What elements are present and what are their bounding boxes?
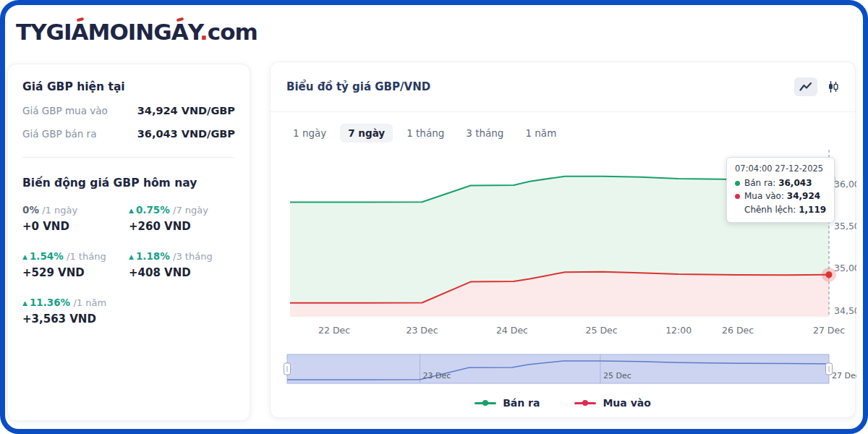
legend-sell[interactable]: Bán ra: [475, 397, 540, 409]
tab-1-day[interactable]: 1 ngày: [285, 124, 334, 142]
tab-3-months[interactable]: 3 tháng: [458, 124, 511, 142]
tooltip-sell-row: Bán ra: 36,043: [735, 176, 826, 190]
sell-swatch-icon: [475, 399, 496, 407]
change-percent: 0%: [22, 204, 39, 216]
change-percent: 0.75%: [136, 204, 170, 216]
tab-1-month[interactable]: 1 tháng: [399, 124, 452, 142]
changes-title: Biến động giá GBP hôm nay: [22, 176, 235, 190]
change-item-1y: ▲11.36% /1 năm +3,563 VND: [22, 297, 129, 326]
y-axis-tick: 35,500: [834, 221, 856, 231]
change-item-1m: ▲1.54% /1 tháng +529 VND: [22, 250, 129, 279]
logo-text: Y: [188, 19, 200, 45]
tooltip-diff-row: Chênh lệch: 1,119: [744, 203, 826, 217]
change-item-3m: ▲1.18% /3 tháng +408 VND: [129, 250, 235, 279]
range-slider-label: 25 Dec: [603, 371, 631, 380]
legend-buy[interactable]: Mua vào: [574, 397, 650, 409]
tooltip-time: 07:04:00 27-12-2025: [735, 163, 826, 176]
chart-card: Biểu đồ tỷ giá GBP/VND 1 ngày 7 ngày: [270, 61, 856, 418]
tooltip-sell-value: 36,043: [778, 178, 812, 188]
buy-swatch-icon: [574, 399, 596, 407]
changes-grid: 0% /1 ngày +0 VND ▲0.75% /7 ngày +260 VN…: [22, 204, 235, 326]
x-axis-tick: 25 Dec: [586, 325, 618, 336]
chart-tooltip: 07:04:00 27-12-2025 Bán ra: 36,043 Mua v…: [726, 157, 835, 223]
logo-accented-a2: A: [171, 19, 188, 45]
period-tabs: 1 ngày 7 ngày 1 tháng 3 tháng 1 năm: [285, 124, 855, 142]
tooltip-diff-label: Chênh lệch:: [744, 205, 796, 215]
current-price-title: Giá GBP hiện tại: [22, 80, 235, 93]
price-chart[interactable]: 22 Dec23 Dec24 Dec25 Dec12:0026 Dec27 De…: [271, 62, 856, 419]
logo-text: MOING: [88, 19, 171, 45]
change-percent: 1.18%: [136, 250, 170, 262]
up-arrow-icon: ▲: [22, 299, 27, 307]
y-axis-tick: 36,000: [834, 179, 856, 190]
x-axis-tick: 24 Dec: [496, 325, 528, 336]
buy-rate-label: Giá GBP mua vào: [22, 105, 108, 116]
rate-summary-card: Giá GBP hiện tại Giá GBP mua vào 34,924 …: [7, 64, 250, 421]
range-slider-track[interactable]: [287, 354, 829, 383]
divider: [22, 157, 235, 158]
x-axis-tick: 27 Dec: [813, 325, 845, 336]
tab-1-year[interactable]: 1 năm: [517, 124, 564, 142]
change-item-7d: ▲0.75% /7 ngày +260 VND: [129, 204, 235, 233]
change-period: /1 năm: [73, 297, 106, 308]
legend-buy-label: Mua vào: [603, 397, 650, 409]
tooltip-buy-value: 34,924: [787, 191, 820, 201]
tooltip-buy-label: Mua vào:: [744, 191, 784, 201]
site-logo[interactable]: TYGIAMOINGAY.com: [16, 19, 258, 45]
change-period: /3 tháng: [173, 251, 213, 262]
change-item-1d: 0% /1 ngày +0 VND: [22, 204, 129, 233]
page: TYGIAMOINGAY.com Giá GBP hiện tại Giá GB…: [0, 0, 868, 434]
change-value: +529 VND: [22, 266, 129, 279]
y-axis-tick: 35,000: [834, 263, 856, 273]
x-axis-tick: 22 Dec: [318, 325, 350, 336]
range-slider-label: 27 Dec: [832, 371, 856, 380]
x-axis-tick: 23 Dec: [406, 325, 438, 336]
buy-rate-value: 34,924 VND/GBP: [137, 105, 235, 116]
up-arrow-icon: ▲: [129, 207, 134, 214]
logo-text: TYGI: [16, 19, 72, 45]
sell-rate-row: Giá GBP bán ra 36,043 VND/GBP: [22, 128, 235, 140]
legend-sell-label: Bán ra: [503, 397, 540, 409]
change-percent: 1.54%: [30, 250, 64, 262]
change-value: +3,563 VND: [22, 312, 129, 326]
x-axis-tick: 12:00: [665, 325, 692, 336]
up-arrow-icon: ▲: [129, 253, 134, 260]
range-slider-label: 23 Dec: [423, 371, 451, 380]
sell-rate-label: Giá GBP bán ra: [22, 128, 96, 140]
sell-dot-icon: [735, 181, 740, 186]
buy-rate-row: Giá GBP mua vào 34,924 VND/GBP: [22, 105, 235, 116]
y-axis-tick: 34,500: [834, 305, 856, 316]
sell-rate-value: 36,043 VND/GBP: [137, 128, 235, 140]
change-value: +408 VND: [129, 266, 235, 279]
change-period: /7 ngày: [173, 205, 208, 216]
logo-suffix: com: [208, 19, 258, 45]
tooltip-diff-value: 1,119: [799, 205, 826, 215]
up-arrow-icon: ▲: [22, 253, 27, 260]
change-value: +260 VND: [129, 220, 235, 233]
change-period: /1 tháng: [67, 251, 106, 262]
buy-dot-icon: [735, 194, 740, 199]
x-axis-tick: 26 Dec: [722, 325, 754, 336]
tab-7-days[interactable]: 7 ngày: [340, 124, 393, 142]
logo-dot: .: [200, 19, 208, 45]
change-value: +0 VND: [22, 220, 129, 233]
chart-legend: Bán ra Mua vào: [271, 397, 855, 409]
tooltip-sell-label: Bán ra:: [744, 178, 775, 188]
change-percent: 11.36%: [30, 297, 70, 308]
buy-end-marker: [826, 271, 833, 278]
change-period: /1 ngày: [42, 205, 77, 216]
logo-accented-a1: A: [72, 19, 88, 45]
tooltip-buy-row: Mua vào: 34,924: [735, 190, 826, 203]
